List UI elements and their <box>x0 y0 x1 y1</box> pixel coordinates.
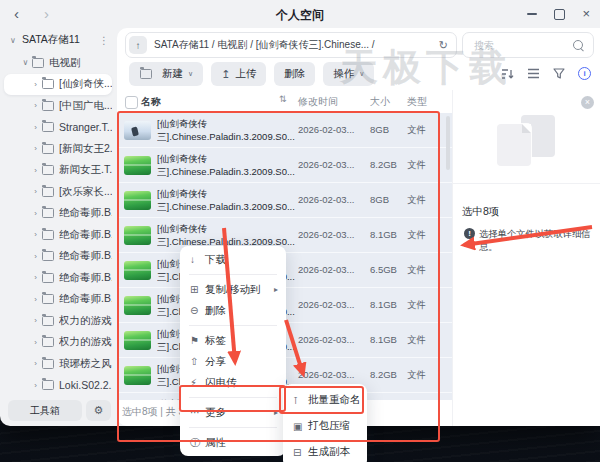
sidebar-folder-item[interactable]: › [欢乐家长... <box>4 181 112 203</box>
menu-item-icon: ↓ <box>190 254 205 265</box>
breadcrumb[interactable]: ↑ SATA存储11 / 电视剧 / [仙剑奇侠传三].Chinese... /… <box>125 32 457 58</box>
file-name: [仙剑奇侠传 三].Chinese.Paladin.3.2009.S0... <box>157 187 295 213</box>
maximize-button[interactable] <box>554 9 565 20</box>
file-row[interactable]: [仙剑奇侠传 三].Chinese.Paladin.3.2009.S0... 2… <box>117 218 452 253</box>
chevron-icon[interactable]: › <box>30 252 41 261</box>
sidebar-folder-item[interactable]: › 权力的游戏... <box>4 332 112 354</box>
context-menu-item[interactable] <box>180 321 286 330</box>
context-menu-item[interactable] <box>180 270 286 279</box>
column-modified[interactable]: 修改时间 <box>298 95 338 109</box>
minimize-button[interactable] <box>527 13 537 15</box>
file-modified: 2026-02-03... <box>298 194 355 205</box>
chevron-icon[interactable]: › <box>30 359 41 368</box>
chevron-icon[interactable]: › <box>30 381 41 390</box>
sidebar-folder-item[interactable]: › [新闻女王2... <box>4 138 112 160</box>
context-menu-item[interactable]: ⊞ 复制/移动到 ▸ <box>180 279 286 300</box>
context-menu-item[interactable]: ⓘ 属性 <box>180 432 286 453</box>
new-button[interactable]: 新建 ∨ <box>129 62 203 86</box>
chevron-icon[interactable]: › <box>30 273 41 282</box>
sidebar-folder-item[interactable]: › 绝命毒师.B... <box>4 289 112 311</box>
file-row[interactable]: [仙剑奇侠传 三].Chinese.Paladin.3.2009.S0... 2… <box>117 148 452 183</box>
context-menu-item[interactable] <box>180 423 286 432</box>
scrollbar[interactable] <box>446 116 450 170</box>
kebab-menu-icon[interactable]: ⋮ <box>99 35 109 46</box>
context-menu-item[interactable]: ⚡ 闪电传 <box>180 372 286 393</box>
refresh-icon[interactable]: ↻ <box>439 39 448 52</box>
file-thumbnail <box>124 191 151 210</box>
close-panel-icon[interactable]: × <box>581 96 594 109</box>
folder-icon <box>42 187 54 197</box>
chevron-icon[interactable]: › <box>30 144 41 153</box>
chevron-icon[interactable]: › <box>30 230 41 239</box>
gear-icon: ⚙ <box>94 404 104 417</box>
info-icon[interactable] <box>578 67 591 80</box>
file-size: 6.5GB <box>370 264 397 275</box>
file-size: 8.1GB <box>370 334 397 345</box>
chevron-down-icon[interactable]: ∨ <box>10 36 22 45</box>
context-menu-item[interactable]: ⚑ 标签 <box>180 330 286 351</box>
chevron-icon[interactable]: › <box>30 209 41 218</box>
toolbar: 新建 ∨ ↥ 上传 删除 操作 ∨ <box>129 62 374 86</box>
column-name[interactable]: 名称 <box>141 95 161 109</box>
context-menu-item[interactable]: ⋯ 更多 ▸ <box>180 402 286 423</box>
sidebar-folder-item[interactable]: › 绝命毒师.B... <box>4 203 112 225</box>
select-all-checkbox[interactable] <box>125 96 138 109</box>
submenu-item[interactable]: ⊺ 批量重命名 <box>283 387 367 413</box>
sort-arrows-icon[interactable]: ⇅ <box>279 94 287 104</box>
context-menu-item[interactable]: ↓ 下载 <box>180 249 286 270</box>
settings-button[interactable]: ⚙ <box>86 400 111 421</box>
context-menu-item[interactable]: ⇧ 分享 <box>180 351 286 372</box>
toolbox-button[interactable]: 工具箱 <box>8 400 82 421</box>
sidebar-folder-item[interactable]: › [中国广电... <box>4 95 112 117</box>
file-size: 8.2GB <box>370 369 397 380</box>
column-size[interactable]: 大小 <box>370 95 390 109</box>
file-modified: 2026-02-03... <box>298 369 355 380</box>
search-input[interactable] <box>472 39 572 52</box>
context-menu-item[interactable]: ⊖ 删除 <box>180 300 286 321</box>
delete-button[interactable]: 删除 <box>274 62 315 86</box>
chevron-icon[interactable]: › <box>30 295 41 304</box>
submenu-item[interactable]: ▣ 打包压缩 <box>283 413 367 439</box>
file-row[interactable]: [仙剑奇侠传 三].Chinese.Paladin.3.2009.S0... 2… <box>117 183 452 218</box>
folder-label: 绝命毒师.B... <box>59 228 112 242</box>
file-row[interactable]: [仙剑奇侠传 三].Chinese.Paladin.3.2009.S0... 2… <box>117 113 452 148</box>
context-menu-item[interactable] <box>180 393 286 402</box>
close-button[interactable]: × <box>582 8 590 20</box>
sidebar-folder-item[interactable]: › 新闻女王.T... <box>4 160 112 182</box>
list-view-icon[interactable] <box>527 68 540 79</box>
chevron-icon[interactable]: › <box>30 101 41 110</box>
column-type[interactable]: 类型 <box>407 95 427 109</box>
folder-icon <box>42 251 54 261</box>
folder-label: [仙剑奇侠... <box>59 77 112 91</box>
search-box[interactable] <box>462 32 594 58</box>
file-name: [仙剑奇侠传 三].Chinese.Paladin.3.2009.S0... <box>157 222 295 248</box>
sidebar-folder-item[interactable]: › 绝命毒师.B... <box>4 246 112 268</box>
sidebar-folder-item[interactable]: ∨ 电视剧 <box>4 52 112 74</box>
search-icon[interactable] <box>573 40 583 50</box>
filter-icon[interactable] <box>553 68 565 79</box>
sort-icon[interactable] <box>501 68 514 80</box>
folder-label: 绝命毒师.B... <box>59 271 112 285</box>
sidebar-folder-item[interactable]: › 绝命毒师.B... <box>4 267 112 289</box>
sidebar-folder-item[interactable]: › [仙剑奇侠... <box>4 74 112 96</box>
sidebar-folder-item[interactable]: › Loki.S02.2... <box>4 375 112 397</box>
sidebar-item-storage-root[interactable]: ∨ SATA存储11 ⋮ <box>0 28 117 52</box>
chevron-icon[interactable]: › <box>30 80 41 89</box>
submenu-item[interactable]: ⊟ 生成副本 <box>283 439 367 462</box>
chevron-icon[interactable]: › <box>30 187 41 196</box>
chevron-icon[interactable]: › <box>30 338 41 347</box>
action-button[interactable]: 操作 ∨ <box>323 62 374 86</box>
sidebar-folder-item[interactable]: › 绝命毒师.B... <box>4 224 112 246</box>
chevron-icon[interactable]: ∨ <box>20 58 31 67</box>
sidebar-folder-item[interactable]: › 权力的游戏... <box>4 310 112 332</box>
chevron-icon[interactable]: › <box>30 123 41 132</box>
chevron-icon[interactable]: › <box>30 166 41 175</box>
sidebar-folder-item[interactable]: › Stranger.T... <box>4 117 112 139</box>
chevron-icon[interactable]: › <box>30 316 41 325</box>
upload-button[interactable]: ↥ 上传 <box>211 62 266 86</box>
folder-icon <box>42 230 54 240</box>
sidebar-folder-item[interactable]: › 琅琊榜之风... <box>4 353 112 375</box>
up-directory-button[interactable]: ↑ <box>129 36 147 54</box>
menu-item-icon: ⚑ <box>190 335 205 346</box>
folder-label: 新闻女王.T... <box>59 163 112 177</box>
